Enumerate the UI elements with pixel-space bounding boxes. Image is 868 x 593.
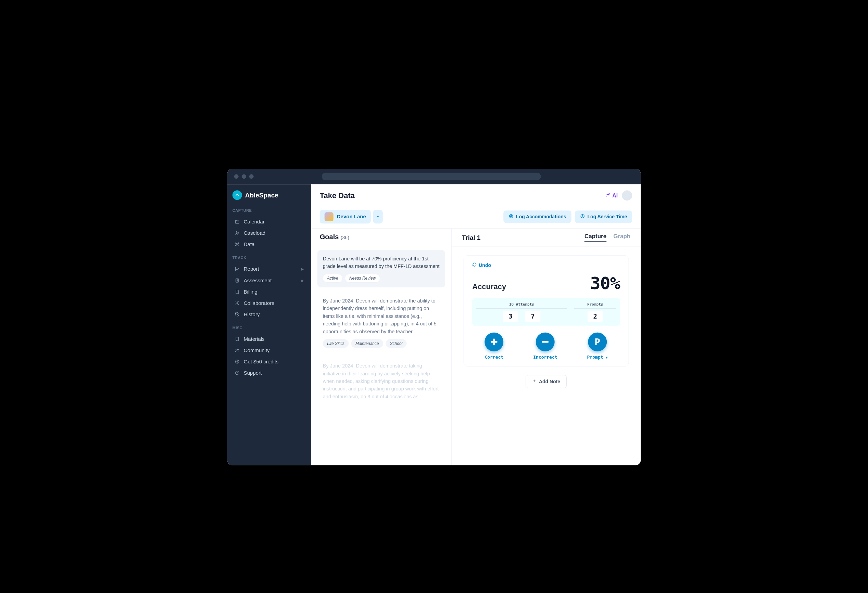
nav-label: Billing [244,289,257,294]
goal-card[interactable]: By June 2024, Devon will demonstrate tak… [317,357,446,409]
nav-community[interactable]: Community [232,344,306,356]
nav-calendar[interactable]: Calendar [232,216,306,227]
prompt-count: 2 [588,311,603,322]
logo[interactable]: AbleSpace [232,190,306,200]
chevron-right-icon: ▸ [301,278,304,284]
add-note-button[interactable]: Add Note [526,375,566,388]
header-right: AI [605,190,632,200]
nav-label: Assessment [244,278,272,283]
bookmark-icon [235,336,240,342]
nav-label: Data [244,241,255,247]
stat-attempts: 10 Attempts 3 7 [476,302,567,322]
nav-label: Collaborators [244,300,274,306]
incorrect-button[interactable]: Incorrect [533,333,557,360]
svg-point-6 [236,245,236,246]
nav-data[interactable]: Data [232,238,306,250]
nav-credits[interactable]: Get $50 credits [232,356,306,367]
app-window: AbleSpace CAPTURE Calendar Caseload Data… [227,169,641,465]
goal-text: By June 2024, Devon will demonstrate the… [323,297,440,335]
nav-label: History [244,311,260,317]
ai-label: AI [612,192,618,199]
nav-caseload[interactable]: Caseload [232,227,306,238]
prompt-button[interactable]: P Prompt ▼ [587,333,608,360]
stat-prompts: Prompts 2 [574,302,616,322]
log-service-time-button[interactable]: Log Service Time [575,210,632,223]
goals-count: (36) [341,235,349,240]
help-icon [235,370,240,376]
action-label: Incorrect [533,355,557,360]
goal-text: By June 2024, Devon will demonstrate tak… [323,362,440,400]
tag: School [385,339,407,348]
user-avatar[interactable] [622,190,632,200]
stats-bar: 10 Attempts 3 7 Prompts 2 [472,299,620,326]
svg-point-7 [238,245,239,246]
stat-label: 10 Attempts [476,302,567,309]
window-control-close[interactable] [234,174,239,179]
nav-report[interactable]: Report ▸ [232,263,306,275]
correct-button[interactable]: Correct [484,333,503,360]
tab-graph[interactable]: Graph [613,233,630,242]
svg-point-11 [237,349,239,350]
nav-label: Caseload [244,230,265,236]
ai-button[interactable]: AI [605,192,618,199]
accuracy-value: 30% [590,273,620,293]
dollar-icon [235,359,240,365]
chevron-down-icon: ▼ [606,356,607,359]
content: Goals (36) Devon Lane will be at 70% pro… [311,228,641,465]
student-avatar [325,212,334,221]
add-note-label: Add Note [539,379,560,384]
address-bar[interactable] [322,173,541,180]
goals-header: Goals (36) [311,228,452,245]
tag: Maintenance [351,339,383,348]
svg-point-16 [509,215,513,218]
p-icon: P [588,333,607,352]
clipboard-icon [235,278,240,283]
student-dropdown[interactable] [373,210,383,224]
log-accommodations-button[interactable]: Log Accommodations [503,210,571,223]
section-misc: MISC [232,326,306,330]
sparkle-icon [605,192,611,199]
minus-icon [536,333,555,352]
gear-icon [235,300,240,306]
nav-support[interactable]: Support [232,367,306,378]
sidebar: AbleSpace CAPTURE Calendar Caseload Data… [227,184,311,465]
tag: Active [323,274,343,283]
window-control-min[interactable] [242,174,246,179]
history-icon [235,312,240,317]
accuracy-label: Accuracy [472,282,506,291]
plus-icon [484,333,503,352]
accuracy-row: Accuracy 30% [472,273,620,293]
nav-assessment[interactable]: Assessment ▸ [232,275,306,286]
nav-materials[interactable]: Materials [232,333,306,344]
users-icon [235,230,240,236]
logo-icon [232,190,242,200]
goals-list: Devon Lane will be at 70% proficiency at… [311,245,452,465]
tag: Needs Review [345,274,380,283]
svg-point-14 [609,193,610,194]
svg-rect-0 [236,220,239,224]
titlebar [227,169,641,184]
toolbar-actions: Log Accommodations Log Service Time [503,210,632,223]
tab-capture[interactable]: Capture [585,233,607,242]
undo-button[interactable]: Undo [472,262,620,268]
button-label: Log Service Time [588,214,627,219]
goal-tags: Active Needs Review [323,274,440,283]
nav-history[interactable]: History [232,309,306,320]
page-title: Take Data [320,191,355,200]
window-control-max[interactable] [249,174,254,179]
nav-collaborators[interactable]: Collaborators [232,297,306,309]
svg-point-2 [238,232,239,233]
nav-label: Community [244,347,270,353]
goal-card[interactable]: By June 2024, Devon will demonstrate the… [317,292,446,352]
trial-title: Trial 1 [462,234,481,241]
plus-icon [532,379,537,385]
student-pill[interactable]: Devon Lane [320,210,371,224]
trial-panel: Trial 1 Capture Graph Undo [452,228,641,465]
action-label: Correct [484,355,503,360]
svg-point-10 [236,349,237,350]
main: Take Data AI Devon Lane [311,184,641,465]
goal-card[interactable]: Devon Lane will be at 70% proficiency at… [317,250,446,287]
svg-point-1 [236,232,237,233]
student-name: Devon Lane [337,214,366,220]
nav-billing[interactable]: Billing [232,286,306,297]
